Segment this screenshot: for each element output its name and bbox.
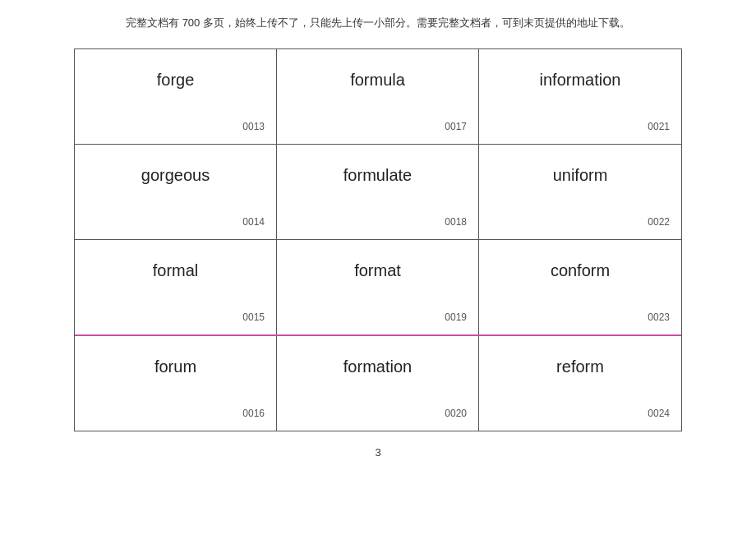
grid-row: forge0013formula0017information0021 (75, 49, 681, 145)
cell-word: format (288, 261, 467, 280)
cell-number: 0018 (288, 216, 467, 228)
cell-word: forum (86, 357, 265, 376)
cell-number: 0016 (86, 408, 265, 419)
cell-word: reform (491, 357, 670, 376)
grid-cell: formation0020 (277, 336, 479, 431)
cell-number: 0013 (86, 121, 265, 132)
cell-word: uniform (491, 166, 670, 185)
cell-number: 0017 (288, 121, 467, 132)
grid-row: gorgeous0014formulate0018uniform0022 (75, 145, 681, 240)
cell-number: 0024 (491, 408, 670, 419)
cell-word: gorgeous (86, 166, 265, 185)
grid-cell: conform0023 (479, 240, 681, 334)
cell-word: information (491, 71, 670, 90)
grid-cell: formulate0018 (277, 145, 479, 239)
grid-cell: uniform0022 (479, 145, 681, 239)
cell-number: 0020 (288, 408, 467, 419)
cell-word: conform (491, 261, 670, 280)
grid-cell: reform0024 (479, 336, 681, 431)
grid-row: forum0016formation0020reform0024 (75, 336, 681, 431)
grid-cell: formal0015 (75, 240, 277, 334)
cell-number: 0021 (491, 121, 670, 132)
cell-number: 0023 (491, 311, 670, 323)
cell-number: 0019 (288, 311, 467, 323)
cell-word: formation (288, 357, 467, 376)
word-grid: forge0013formula0017information0021gorge… (74, 48, 682, 431)
cell-word: formal (86, 261, 265, 280)
grid-cell: formula0017 (277, 49, 479, 144)
cell-word: formulate (288, 166, 467, 185)
cell-number: 0022 (491, 216, 670, 228)
page-number: 3 (375, 446, 380, 459)
cell-number: 0014 (86, 216, 265, 228)
grid-cell: information0021 (479, 49, 681, 144)
grid-cell: gorgeous0014 (75, 145, 277, 239)
grid-cell: forum0016 (75, 336, 277, 431)
grid-cell: forge0013 (75, 49, 277, 144)
cell-word: formula (288, 71, 467, 90)
grid-cell: format0019 (277, 240, 479, 334)
cell-word: forge (86, 71, 265, 90)
cell-number: 0015 (86, 311, 265, 323)
grid-row: formal0015format0019conform0023 (75, 240, 681, 336)
notice-text: 完整文档有 700 多页，始终上传不了，只能先上传一小部分。需要完整文档者，可到… (90, 15, 666, 32)
